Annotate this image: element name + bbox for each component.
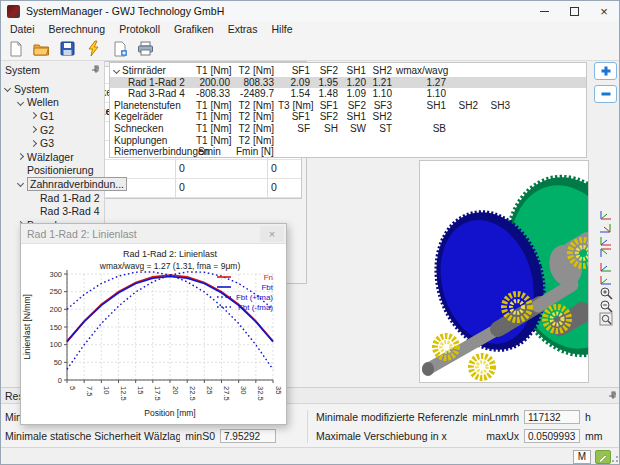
gear-table-cell: SH1 — [342, 111, 370, 123]
view-yz-button[interactable] — [597, 208, 615, 221]
view-yx-button[interactable] — [597, 260, 615, 273]
x-tick-label: 22.5 — [188, 386, 197, 401]
gear-table-cell — [450, 65, 482, 77]
gear-table-cell: T3 [Nm] — [278, 100, 314, 112]
zoom-in-button[interactable] — [597, 286, 615, 299]
tree-item-system[interactable]: System — [1, 82, 104, 96]
x-tick-label: 20 — [171, 386, 180, 394]
menu-datei[interactable]: Datei — [3, 22, 42, 36]
chevron-right-icon[interactable] — [17, 153, 24, 160]
tree-item-positionierung[interactable]: Positionierung — [1, 164, 104, 178]
gear-table-cell: T2 [Nm] — [234, 65, 278, 77]
gear-table-cell: 1.21 — [370, 77, 396, 89]
tree-item-g1[interactable]: G1 — [1, 109, 104, 123]
gear-table-cell: SH3 — [482, 100, 514, 112]
popup-close-button[interactable]: × — [260, 226, 284, 242]
result-value-field[interactable]: 117132 — [524, 410, 580, 424]
new-file-icon — [8, 41, 24, 57]
chevron-right-icon[interactable] — [30, 112, 37, 119]
minimize-button[interactable] — [529, 1, 559, 21]
save-button[interactable] — [56, 38, 79, 59]
result-unit: h — [585, 411, 607, 423]
gear-table-cell — [450, 146, 482, 158]
gear-table-cell — [396, 146, 450, 158]
zoom-fit-button[interactable] — [597, 312, 615, 325]
pin-icon[interactable] — [91, 64, 100, 76]
gear-table-row-kupplungen[interactable]: KupplungenT1 [Nm]T2 [Nm] — [110, 135, 586, 147]
calculate-button[interactable] — [82, 38, 105, 59]
menu-hilfe[interactable]: Hilfe — [264, 22, 299, 36]
print-button[interactable] — [134, 38, 157, 59]
view-zx-button[interactable] — [597, 234, 615, 247]
results-pin-icon[interactable] — [608, 390, 617, 402]
open-button[interactable] — [30, 38, 53, 59]
chevron-down-icon[interactable] — [4, 85, 11, 92]
remove-button[interactable] — [594, 85, 617, 103]
menu-extras[interactable]: Extras — [221, 22, 265, 36]
tree-item-w-lzlager[interactable]: Wälzlager — [1, 150, 104, 164]
tree-item-g3[interactable]: G3 — [1, 136, 104, 150]
chevron-down-icon[interactable] — [113, 67, 120, 74]
gear-table-row-riemenverbindungen[interactable]: RiemenverbindungenSminFmin [N] — [110, 146, 586, 158]
gear-table-cell: SH2 — [370, 111, 396, 123]
menu-berechnung[interactable]: Berechnung — [42, 22, 113, 36]
tree-item-zahnradverbindun[interactable]: Zahnradverbindun... — [1, 177, 104, 191]
view-yz-icon — [598, 208, 613, 221]
gear-table-cell: -2489.7 — [234, 88, 278, 100]
popup-titlebar[interactable]: Rad 1-Rad 2: Linienlast × — [21, 224, 286, 244]
tree-item-g2[interactable]: G2 — [1, 123, 104, 137]
gear-table-cell — [370, 135, 396, 147]
prop-value-cell[interactable]: 0 — [267, 179, 301, 197]
add-button[interactable] — [594, 62, 617, 80]
close-button[interactable]: × — [589, 1, 619, 21]
maximize-button[interactable] — [559, 1, 589, 21]
resize-grip[interactable] — [611, 455, 619, 463]
new-file-button[interactable] — [4, 38, 27, 59]
zoom-out-button[interactable] — [597, 299, 615, 312]
x-tick-label: 15 — [136, 386, 145, 394]
calculate-lightning-icon — [86, 40, 101, 57]
result-value-field[interactable]: 7.95292 — [220, 429, 276, 443]
gear-table-row-rad-3-rad-4[interactable]: Rad 3-Rad 4-808.33-2489.71.541.481.091.1… — [110, 88, 586, 100]
edit-status-button[interactable] — [595, 450, 611, 464]
gear-table-row-stirnr-der[interactable]: StirnräderT1 [Nm]T2 [Nm]SF1SF2SH1SH2wmax… — [110, 65, 586, 77]
report-add-icon — [112, 41, 128, 57]
gear-table-cell — [482, 88, 514, 100]
report-button[interactable] — [108, 38, 131, 59]
tree-item-rad-3-rad-4[interactable]: Rad 3-Rad 4 — [1, 204, 104, 218]
chevron-down-icon[interactable] — [17, 99, 24, 106]
tree-item-rad-1-rad-2[interactable]: Rad 1-Rad 2 — [1, 191, 104, 205]
result-code: minS0 — [185, 430, 215, 442]
chevron-down-icon[interactable] — [17, 180, 24, 187]
gear-table-row-planetenstufen[interactable]: PlanetenstufenT1 [Nm]T2 [Nm]T3 [Nm]SF1SF… — [110, 100, 586, 112]
result-value-field[interactable]: 0.0509993 — [524, 429, 580, 443]
y-tick-label: 300 — [49, 270, 62, 279]
chevron-right-icon[interactable] — [30, 140, 37, 147]
zoom-out-icon — [599, 299, 613, 313]
view-xz-button[interactable] — [597, 247, 615, 260]
view-xy-button[interactable] — [597, 273, 615, 286]
tree-item-wellen[interactable]: Wellen — [1, 96, 104, 110]
row-label: Kegelräder — [114, 111, 163, 123]
gear-table-cell — [450, 111, 482, 123]
gear-table-cell: SB — [396, 123, 450, 135]
prop-value-cell[interactable]: 0 — [175, 179, 267, 197]
gear-table-cell: T1 [Nm] — [196, 100, 234, 112]
app-icon — [7, 5, 20, 18]
gear-table-row-kegelr-der[interactable]: KegelräderT1 [Nm]T2 [Nm]SF1SF2SH1SH2 — [110, 111, 586, 123]
prop-value-cell[interactable]: 0 — [267, 160, 301, 178]
menu-grafiken[interactable]: Grafiken — [167, 22, 221, 36]
gear-overview-table: StirnräderT1 [Nm]T2 [Nm]SF1SF2SH1SH2wmax… — [109, 62, 587, 158]
menu-protokoll[interactable]: Protokoll — [112, 22, 167, 36]
gear-table-row-schnecken[interactable]: SchneckenT1 [Nm]T2 [Nm]SFSHSWSTSB — [110, 123, 586, 135]
view-zy-button[interactable] — [597, 221, 615, 234]
y-tick-label: 0 — [58, 376, 62, 385]
gear-table-cell: T1 [Nm] — [196, 135, 234, 147]
gear-table-cell: 808.33 — [234, 77, 278, 89]
gear-table-cell — [482, 65, 514, 77]
prop-value-cell[interactable]: 0 — [175, 160, 267, 178]
chevron-right-icon[interactable] — [30, 126, 37, 133]
m-button[interactable]: M — [573, 450, 591, 464]
gear-table-row-rad-1-rad-2[interactable]: Rad 1-Rad 2200.00808.332.091.951.201.211… — [110, 77, 586, 89]
legend-label: Fn — [264, 273, 273, 282]
